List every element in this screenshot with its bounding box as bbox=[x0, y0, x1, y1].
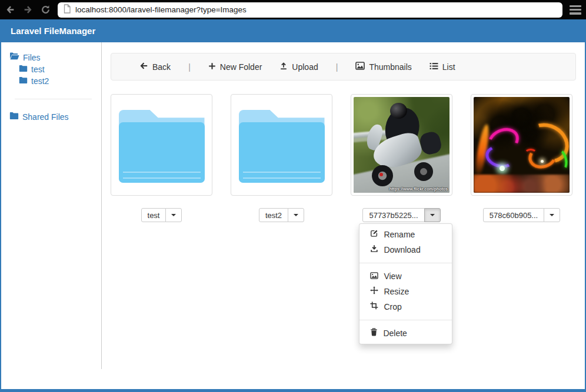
item-dropdown-toggle[interactable] bbox=[424, 208, 441, 222]
menu-item-rename[interactable]: Rename bbox=[359, 227, 452, 242]
item-dropdown-toggle[interactable] bbox=[165, 208, 182, 222]
item-button-group: 578c60b905... bbox=[483, 208, 560, 222]
picture-icon bbox=[355, 62, 365, 72]
address-bar[interactable]: localhost:8000/laravel-filemanager?type=… bbox=[58, 2, 562, 18]
sidebar-item-test[interactable]: test bbox=[19, 63, 101, 75]
forward-arrow-icon[interactable] bbox=[22, 5, 33, 15]
menu-item-download[interactable]: Download bbox=[359, 242, 452, 257]
caret-down-icon bbox=[294, 214, 298, 216]
page-icon bbox=[63, 4, 71, 16]
image-card-scooter[interactable]: https://www.flickr.com/photos bbox=[351, 94, 452, 196]
upload-label: Upload bbox=[292, 62, 318, 72]
toolbar-separator: | bbox=[188, 62, 191, 72]
thumbnails-button[interactable]: Thumbnails bbox=[355, 62, 411, 72]
toolbar-separator: | bbox=[336, 62, 338, 72]
menu-icon[interactable] bbox=[570, 5, 581, 15]
item-dropdown-toggle[interactable] bbox=[544, 208, 560, 222]
resize-icon bbox=[370, 286, 378, 297]
folder-icon bbox=[9, 111, 19, 123]
sidebar-item-label: test bbox=[31, 63, 45, 75]
item-column: test bbox=[111, 94, 212, 222]
item-button-group: test bbox=[141, 208, 182, 222]
item-name-button[interactable]: 57737b5225... bbox=[362, 208, 424, 222]
folder-thumbnail-icon bbox=[119, 110, 205, 183]
upload-icon bbox=[279, 62, 288, 72]
item-name-button[interactable]: test bbox=[141, 208, 167, 222]
menu-item-delete[interactable]: Delete bbox=[359, 326, 452, 341]
folder-art-front bbox=[119, 122, 205, 183]
app-title: Laravel FileManager bbox=[11, 26, 95, 36]
upload-button[interactable]: Upload bbox=[279, 62, 318, 72]
sidebar-divider bbox=[15, 99, 92, 99]
main-panel: Back | New Folder Upload | bbox=[102, 42, 585, 369]
folder-art-front bbox=[239, 122, 325, 183]
folder-card-test2[interactable] bbox=[231, 94, 332, 196]
scooter-photo-thumbnail: https://www.flickr.com/photos bbox=[354, 97, 450, 193]
sidebar-item-label: Files bbox=[23, 52, 41, 63]
menu-item-resize[interactable]: Resize bbox=[359, 284, 452, 299]
app-header: Laravel FileManager bbox=[1, 19, 585, 42]
lights-art-red-arc bbox=[524, 149, 537, 159]
menu-item-label: Delete bbox=[383, 327, 407, 339]
url-text: localhost:8000/laravel-filemanager?type=… bbox=[75, 5, 247, 14]
new-folder-button[interactable]: New Folder bbox=[208, 62, 262, 72]
thumbnails-label: Thumbnails bbox=[369, 62, 411, 72]
folder-icon bbox=[19, 75, 28, 87]
caret-down-icon bbox=[171, 214, 176, 216]
content: Files test test2 Shared Files bbox=[1, 42, 585, 369]
items-grid: test test2 bbox=[111, 94, 576, 222]
sidebar-item-shared-files[interactable]: Shared Files bbox=[9, 111, 101, 123]
list-label: List bbox=[442, 62, 455, 72]
item-button-group: test2 bbox=[259, 208, 304, 222]
sidebar-item-label: test2 bbox=[31, 75, 49, 87]
item-button-group: 57737b5225... Rename bbox=[362, 208, 440, 222]
lights-art-ground bbox=[474, 175, 570, 193]
caret-down-icon bbox=[550, 214, 554, 216]
sidebar-item-label: Shared Files bbox=[22, 111, 69, 123]
photo-watermark: https://www.flickr.com/photos bbox=[389, 187, 448, 191]
item-dropdown-toggle[interactable] bbox=[288, 208, 304, 222]
back-button[interactable]: Back bbox=[139, 62, 171, 72]
folder-thumbnail-icon bbox=[239, 110, 325, 183]
sidebar: Files test test2 Shared Files bbox=[1, 42, 102, 369]
item-column: https://www.flickr.com/photos 57737b5225… bbox=[351, 94, 452, 222]
image-card-lights[interactable] bbox=[471, 94, 572, 196]
back-arrow-icon[interactable] bbox=[5, 5, 15, 15]
folder-open-icon bbox=[9, 52, 19, 63]
filemanager-page: Laravel FileManager Files test test2 bbox=[0, 19, 586, 392]
menu-item-crop[interactable]: Crop bbox=[359, 299, 452, 314]
caret-down-icon bbox=[430, 214, 435, 216]
menu-item-label: Crop bbox=[384, 301, 401, 313]
folder-card-test[interactable] bbox=[111, 94, 212, 196]
folder-icon bbox=[19, 63, 28, 75]
lights-photo-thumbnail bbox=[474, 97, 570, 193]
menu-item-view[interactable]: View bbox=[359, 269, 452, 284]
crop-icon bbox=[370, 301, 378, 313]
download-icon bbox=[370, 244, 378, 256]
menu-item-label: Download bbox=[384, 244, 420, 256]
view-icon bbox=[370, 270, 378, 282]
menu-divider bbox=[359, 263, 452, 263]
item-name-button[interactable]: 578c60b905... bbox=[483, 208, 544, 222]
list-icon bbox=[429, 62, 438, 72]
new-folder-label: New Folder bbox=[220, 62, 262, 72]
plus-icon bbox=[208, 62, 216, 72]
browser-chrome: localhost:8000/laravel-filemanager?type=… bbox=[0, 0, 586, 19]
toolbar: Back | New Folder Upload | bbox=[111, 53, 576, 81]
list-button[interactable]: List bbox=[429, 62, 455, 72]
menu-item-label: View bbox=[384, 270, 401, 282]
item-name-button[interactable]: test2 bbox=[259, 208, 288, 222]
delete-icon bbox=[370, 327, 378, 339]
item-column: 578c60b905... bbox=[471, 94, 572, 222]
rename-icon bbox=[370, 229, 378, 240]
menu-item-label: Rename bbox=[384, 229, 415, 240]
menu-item-label: Resize bbox=[384, 286, 409, 297]
back-label: Back bbox=[152, 62, 171, 72]
sidebar-item-files[interactable]: Files bbox=[9, 52, 101, 63]
item-column: test2 bbox=[231, 94, 332, 222]
item-context-menu: Rename Download bbox=[359, 223, 452, 344]
menu-divider bbox=[359, 320, 452, 320]
sidebar-item-test2[interactable]: test2 bbox=[19, 75, 101, 87]
lights-art-lamp bbox=[500, 166, 505, 171]
refresh-icon[interactable] bbox=[40, 5, 51, 15]
